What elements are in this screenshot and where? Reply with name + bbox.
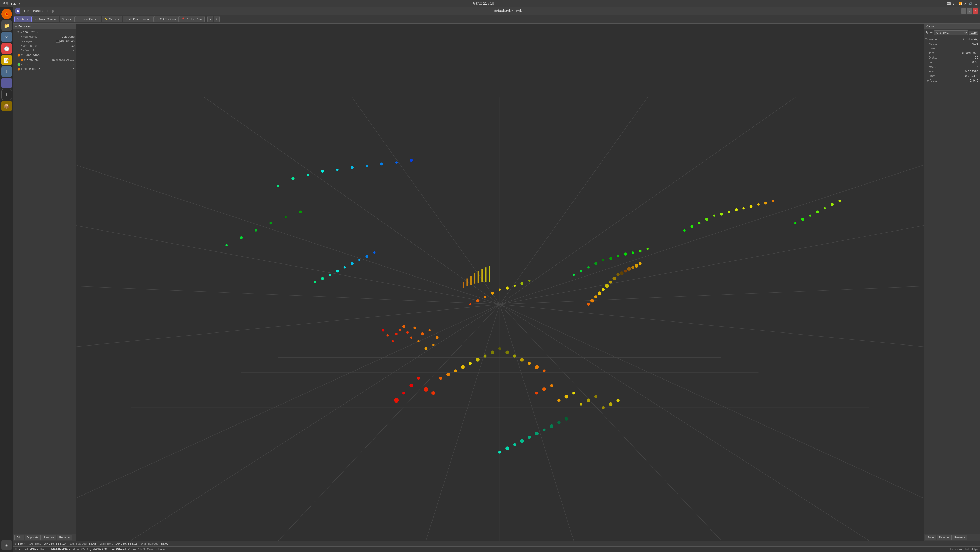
dropdown-arrow[interactable]: ▾ (19, 2, 21, 5)
nav-goal-button[interactable]: → 2D Nav Goal (154, 16, 178, 22)
svg-point-154 (255, 229, 257, 232)
svg-point-138 (336, 169, 339, 171)
pointcloud2-row[interactable]: ● ▶ PointCloud2 ✓ (13, 67, 76, 71)
taskbar-icon-help[interactable]: ? (1, 66, 12, 77)
fixed-frame-row: Fixed Frame velodyne (13, 34, 76, 39)
taskbar-icon-files[interactable]: 📁 (1, 20, 12, 31)
measure-button[interactable]: 📏 Measure (102, 16, 122, 22)
svg-point-86 (329, 274, 331, 276)
svg-rect-149 (481, 269, 483, 276)
taskbar-icon-rviz[interactable]: R (1, 78, 12, 88)
camera-icon: 🎥 (35, 17, 38, 21)
select-icon: □ (62, 17, 64, 21)
expand-icon: ▶ (15, 25, 17, 28)
svg-point-2 (6, 13, 8, 15)
svg-point-92 (373, 251, 375, 254)
taskbar-icon-terminal[interactable]: $ (1, 89, 12, 100)
focus-camera-button[interactable]: ⊙ Focus Camera (75, 16, 102, 22)
point-icon: 📍 (181, 17, 185, 21)
pointcloud-visualization (76, 24, 490, 276)
svg-point-141 (380, 162, 383, 165)
global-options-row[interactable]: ▼ Global Opti... (13, 30, 76, 34)
focus-icon: ⊙ (77, 17, 80, 21)
svg-point-136 (307, 174, 309, 176)
taskbar-icon-clock[interactable]: 🕐 (1, 43, 12, 54)
frame-rate-row: Frame Rate 30 (13, 43, 76, 48)
nav-icon: → (156, 17, 159, 21)
taskbar-icon-package[interactable]: 📦 (1, 101, 12, 111)
svg-rect-3 (76, 24, 490, 276)
svg-point-135 (291, 177, 294, 180)
svg-point-143 (410, 159, 413, 162)
svg-point-157 (299, 211, 302, 214)
select-button[interactable]: □ Select (59, 16, 75, 22)
svg-point-142 (395, 161, 398, 164)
svg-point-139 (350, 166, 353, 169)
clock: 星期二 21：18 (473, 2, 490, 6)
ruler-icon: 📏 (104, 17, 108, 21)
toolbar-separator (206, 17, 206, 22)
publish-point-button[interactable]: 📍 Publish Point (179, 16, 205, 22)
svg-rect-151 (489, 266, 490, 276)
svg-point-152 (225, 244, 228, 247)
svg-point-89 (350, 262, 353, 265)
svg-rect-148 (478, 271, 479, 276)
taskbar-icon-firefox[interactable] (1, 9, 12, 19)
interact-icon: ↖ (17, 17, 19, 21)
svg-point-140 (366, 165, 368, 167)
activities-button[interactable]: 活动 (3, 2, 9, 6)
svg-point-90 (358, 259, 361, 261)
grid-row[interactable]: ● ▶ Grid ✓ (13, 62, 76, 67)
menu-help[interactable]: Help (46, 9, 56, 13)
svg-point-134 (277, 185, 280, 187)
default-lighting-row: Default Li... ✓ (13, 48, 76, 52)
svg-point-155 (269, 221, 272, 224)
taskbar-icon-mail[interactable]: ✉ (1, 32, 12, 43)
background-row: Backgrou... 48; 48; 48 (13, 39, 76, 43)
displays-title: Displays (18, 24, 31, 28)
color-swatch (56, 40, 59, 43)
svg-point-87 (336, 270, 339, 273)
pose-icon: → (125, 17, 128, 21)
svg-point-88 (344, 266, 346, 269)
app-indicator: rviz (11, 2, 16, 5)
svg-point-156 (285, 216, 287, 218)
svg-point-137 (321, 170, 324, 173)
svg-rect-150 (485, 267, 487, 276)
decrease-button[interactable]: - (207, 16, 213, 22)
taskbar-icon-notes[interactable]: 📝 (1, 55, 12, 65)
menu-panels[interactable]: Panels (32, 9, 45, 13)
svg-point-153 (240, 236, 243, 239)
svg-point-91 (365, 255, 368, 258)
global-status-row[interactable]: ● ▼ Global Stat... (13, 52, 76, 57)
interact-button[interactable]: ↖ Interact (14, 16, 32, 22)
increase-button[interactable]: + (213, 16, 220, 22)
move-camera-button[interactable]: 🎥 Move Camera (32, 16, 59, 22)
menu-file[interactable]: File (22, 9, 31, 13)
app-logo: R (15, 8, 21, 14)
pose-estimate-button[interactable]: → 2D Pose Estimate (123, 16, 154, 22)
svg-rect-147 (474, 273, 476, 276)
fixed-frame-sub-row[interactable]: ● ▶ Fixed Fr... No tf data. Actu... (13, 57, 76, 62)
